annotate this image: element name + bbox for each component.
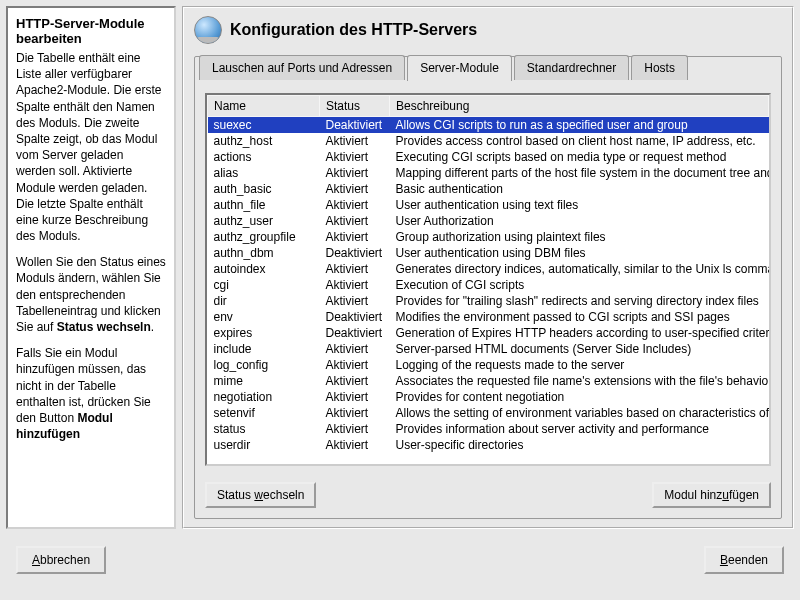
cell-desc: Basic authentication <box>390 181 769 197</box>
cell-status: Aktiviert <box>320 341 390 357</box>
sidebar-title: HTTP-Server-Module bearbeiten <box>16 16 166 46</box>
table-row[interactable]: authz_userAktiviertUser Authorization <box>208 213 769 229</box>
cell-status: Aktiviert <box>320 293 390 309</box>
bottom-bar: Abbrechen Beenden <box>0 535 800 585</box>
tab-default-host[interactable]: Standardrechner <box>514 55 629 80</box>
table-row[interactable]: statusAktiviertProvides information abou… <box>208 421 769 437</box>
table-row[interactable]: dirAktiviertProvides for "trailing slash… <box>208 293 769 309</box>
cell-desc: User authentication using text files <box>390 197 769 213</box>
toggle-status-button[interactable]: Status wechseln <box>205 482 316 508</box>
table-row[interactable]: authz_groupfileAktiviertGroup authorizat… <box>208 229 769 245</box>
cell-desc: Associates the requested file name's ext… <box>390 373 769 389</box>
cell-name: authn_dbm <box>208 245 320 261</box>
cell-name: env <box>208 309 320 325</box>
finish-button[interactable]: Beenden <box>704 546 784 574</box>
cell-status: Aktiviert <box>320 229 390 245</box>
cell-desc: Server-parsed HTML documents (Server Sid… <box>390 341 769 357</box>
content-panel: Konfiguration des HTTP-Servers Lauschen … <box>182 6 794 529</box>
cell-status: Deaktiviert <box>320 245 390 261</box>
table-row[interactable]: log_configAktiviertLogging of the reques… <box>208 357 769 373</box>
cell-name: status <box>208 421 320 437</box>
cell-desc: User Authorization <box>390 213 769 229</box>
table-row[interactable]: cgiAktiviertExecution of CGI scripts <box>208 277 769 293</box>
globe-icon <box>194 16 222 44</box>
table-row[interactable]: authn_dbmDeaktiviertUser authentication … <box>208 245 769 261</box>
tab-container: Lauschen auf Ports und Adressen Server-M… <box>194 56 782 519</box>
cell-name: suexec <box>208 117 320 134</box>
sidebar-p2: Wollen Sie den Status eines Moduls änder… <box>16 254 166 335</box>
column-status[interactable]: Status <box>320 96 390 117</box>
tab-server-modules[interactable]: Server-Module <box>407 55 512 81</box>
cell-desc: Allows CGI scripts to run as a specified… <box>390 117 769 134</box>
table-row[interactable]: autoindexAktiviertGenerates directory in… <box>208 261 769 277</box>
cell-desc: Provides access control based on client … <box>390 133 769 149</box>
cell-desc: Generates directory indices, automatical… <box>390 261 769 277</box>
cell-status: Aktiviert <box>320 389 390 405</box>
cell-status: Deaktiviert <box>320 309 390 325</box>
table-row[interactable]: authz_hostAktiviertProvides access contr… <box>208 133 769 149</box>
cell-name: include <box>208 341 320 357</box>
tab-hosts[interactable]: Hosts <box>631 55 688 80</box>
column-name[interactable]: Name <box>208 96 320 117</box>
cell-desc: Provides for "trailing slash" redirects … <box>390 293 769 309</box>
cell-status: Aktiviert <box>320 357 390 373</box>
add-module-button[interactable]: Modul hinzufügen <box>652 482 771 508</box>
cell-status: Aktiviert <box>320 197 390 213</box>
cell-name: expires <box>208 325 320 341</box>
cell-name: setenvif <box>208 405 320 421</box>
table-row[interactable]: aliasAktiviertMapping different parts of… <box>208 165 769 181</box>
table-row[interactable]: negotiationAktiviertProvides for content… <box>208 389 769 405</box>
table-row[interactable]: expiresDeaktiviertGeneration of Expires … <box>208 325 769 341</box>
cell-desc: Group authorization using plaintext file… <box>390 229 769 245</box>
cell-desc: Allows the setting of environment variab… <box>390 405 769 421</box>
tab-listen[interactable]: Lauschen auf Ports und Adressen <box>199 55 405 80</box>
cell-status: Aktiviert <box>320 149 390 165</box>
help-sidebar: HTTP-Server-Module bearbeiten Die Tabell… <box>6 6 176 529</box>
page-title: Konfiguration des HTTP-Servers <box>230 21 477 39</box>
cell-status: Aktiviert <box>320 405 390 421</box>
table-row[interactable]: suexecDeaktiviertAllows CGI scripts to r… <box>208 117 769 134</box>
cell-name: authn_file <box>208 197 320 213</box>
cell-name: authz_groupfile <box>208 229 320 245</box>
cell-desc: Generation of Expires HTTP headers accor… <box>390 325 769 341</box>
table-row[interactable]: userdirAktiviertUser-specific directorie… <box>208 437 769 453</box>
cell-desc: User authentication using DBM files <box>390 245 769 261</box>
cell-name: alias <box>208 165 320 181</box>
cell-status: Aktiviert <box>320 213 390 229</box>
cell-status: Aktiviert <box>320 421 390 437</box>
cell-name: mime <box>208 373 320 389</box>
cell-name: autoindex <box>208 261 320 277</box>
cell-status: Aktiviert <box>320 373 390 389</box>
cell-desc: Modifies the environment passed to CGI s… <box>390 309 769 325</box>
cell-name: dir <box>208 293 320 309</box>
cell-desc: User-specific directories <box>390 437 769 453</box>
modules-table[interactable]: Name Status Beschreibung suexecDeaktivie… <box>207 95 769 453</box>
cell-status: Aktiviert <box>320 437 390 453</box>
table-row[interactable]: setenvifAktiviertAllows the setting of e… <box>208 405 769 421</box>
cancel-button[interactable]: Abbrechen <box>16 546 106 574</box>
table-row[interactable]: mimeAktiviertAssociates the requested fi… <box>208 373 769 389</box>
cell-name: auth_basic <box>208 181 320 197</box>
table-row[interactable]: includeAktiviertServer-parsed HTML docum… <box>208 341 769 357</box>
table-row[interactable]: envDeaktiviertModifies the environment p… <box>208 309 769 325</box>
sidebar-p1: Die Tabelle enthält eine Liste aller ver… <box>16 50 166 244</box>
cell-name: authz_host <box>208 133 320 149</box>
cell-status: Aktiviert <box>320 133 390 149</box>
cell-name: userdir <box>208 437 320 453</box>
cell-status: Aktiviert <box>320 277 390 293</box>
cell-status: Aktiviert <box>320 165 390 181</box>
cell-name: log_config <box>208 357 320 373</box>
column-desc[interactable]: Beschreibung <box>390 96 769 117</box>
cell-desc: Executing CGI scripts based on media typ… <box>390 149 769 165</box>
cell-desc: Provides information about server activi… <box>390 421 769 437</box>
table-row[interactable]: authn_fileAktiviertUser authentication u… <box>208 197 769 213</box>
table-row[interactable]: auth_basicAktiviertBasic authentication <box>208 181 769 197</box>
table-row[interactable]: actionsAktiviertExecuting CGI scripts ba… <box>208 149 769 165</box>
modules-table-wrapper: Name Status Beschreibung suexecDeaktivie… <box>205 93 771 466</box>
cell-status: Aktiviert <box>320 261 390 277</box>
cell-status: Aktiviert <box>320 181 390 197</box>
cell-name: actions <box>208 149 320 165</box>
cell-desc: Mapping different parts of the host file… <box>390 165 769 181</box>
cell-status: Deaktiviert <box>320 325 390 341</box>
sidebar-p3: Falls Sie ein Modul hinzufügen müssen, d… <box>16 345 166 442</box>
